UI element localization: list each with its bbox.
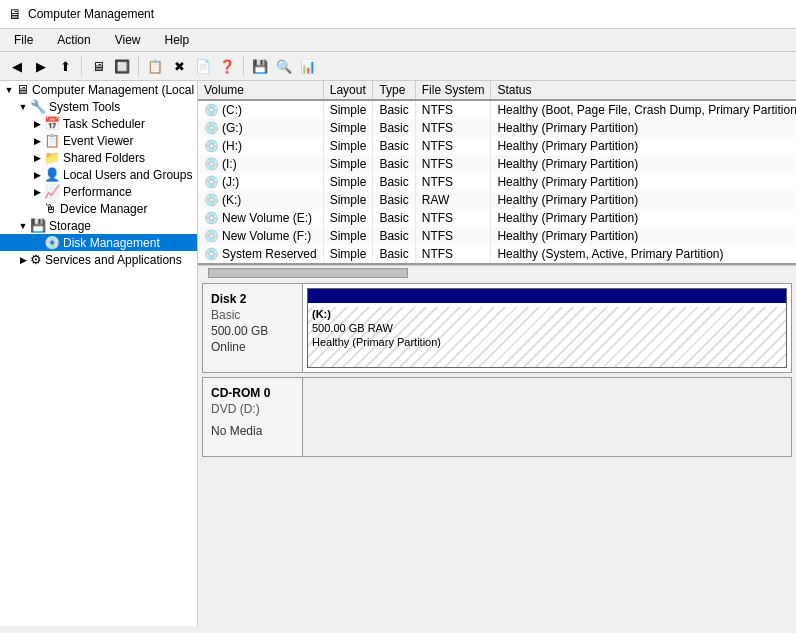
- tree-toggle-ts[interactable]: ▶: [30, 117, 44, 131]
- cell-layout: Simple: [323, 209, 373, 227]
- content-area: Volume Layout Type File System Status C …: [198, 81, 796, 626]
- tree-toggle-sf[interactable]: ▶: [30, 151, 44, 165]
- partition-k-status: Healthy (Primary Partition): [312, 336, 441, 348]
- toolbar-sep-2: [138, 56, 139, 76]
- sidebar-label-sa: Services and Applications: [45, 253, 182, 267]
- cell-status: Healthy (Primary Partition): [491, 191, 796, 209]
- cell-volume: 💿(H:): [198, 137, 323, 155]
- cell-filesystem: NTFS: [415, 227, 491, 245]
- cdrom0-name: CD-ROM 0: [211, 386, 294, 400]
- toolbar-chart[interactable]: 📊: [297, 55, 319, 77]
- sidebar-item-event-viewer[interactable]: ▶ 📋 Event Viewer: [0, 132, 197, 149]
- toolbar: ◀ ▶ ⬆ 🖥 🔲 📋 ✖ 📄 ❓ 💾 🔍 📊: [0, 52, 796, 81]
- cell-status: Healthy (Primary Partition): [491, 209, 796, 227]
- cell-volume: 💿(I:): [198, 155, 323, 173]
- toolbar-up[interactable]: ⬆: [54, 55, 76, 77]
- horizontal-scrollbar[interactable]: [198, 265, 796, 279]
- cell-layout: Simple: [323, 137, 373, 155]
- sidebar-item-services-applications[interactable]: ▶ ⚙ Services and Applications: [0, 251, 197, 268]
- task-scheduler-icon: 📅: [44, 116, 60, 131]
- cell-layout: Simple: [323, 191, 373, 209]
- cell-layout: Simple: [323, 119, 373, 137]
- toolbar-search[interactable]: 🔍: [273, 55, 295, 77]
- toolbar-sep-3: [243, 56, 244, 76]
- scrollbar-thumb[interactable]: [208, 268, 408, 278]
- disk2-partitions: (K:) 500.00 GB RAW Healthy (Primary Part…: [303, 284, 791, 372]
- menu-bar: File Action View Help: [0, 29, 796, 52]
- partition-k-name: (K:): [312, 308, 331, 320]
- tree-toggle-st[interactable]: ▼: [16, 100, 30, 114]
- cell-filesystem: NTFS: [415, 155, 491, 173]
- table-row[interactable]: 💿(C:) Simple Basic NTFS Healthy (Boot, P…: [198, 100, 796, 119]
- cdrom0-label: CD-ROM 0 DVD (D:) No Media: [203, 378, 303, 456]
- cell-volume: 💿System Reserved: [198, 245, 323, 263]
- sidebar-label-sf: Shared Folders: [63, 151, 145, 165]
- cell-volume: 💿New Volume (F:): [198, 227, 323, 245]
- cell-type: Basic: [373, 155, 415, 173]
- cell-volume: 💿(G:): [198, 119, 323, 137]
- cdrom0-type: DVD (D:): [211, 402, 294, 416]
- tree-toggle-perf[interactable]: ▶: [30, 185, 44, 199]
- toolbar-delete[interactable]: ✖: [168, 55, 190, 77]
- tree-toggle-lu[interactable]: ▶: [30, 168, 44, 182]
- cell-status: Healthy (Primary Partition): [491, 137, 796, 155]
- storage-icon: 💾: [30, 218, 46, 233]
- performance-icon: 📈: [44, 184, 60, 199]
- table-row[interactable]: 💿New Volume (E:) Simple Basic NTFS Healt…: [198, 209, 796, 227]
- table-row[interactable]: 💿(K:) Simple Basic RAW Healthy (Primary …: [198, 191, 796, 209]
- table-row[interactable]: 💿(I:) Simple Basic NTFS Healthy (Primary…: [198, 155, 796, 173]
- table-row[interactable]: 💿System Reserved Simple Basic NTFS Healt…: [198, 245, 796, 263]
- toolbar-tree[interactable]: 🔲: [111, 55, 133, 77]
- cell-type: Basic: [373, 100, 415, 119]
- title-bar-text: Computer Management: [28, 7, 154, 21]
- sidebar-item-disk-management[interactable]: ▶ 💿 Disk Management: [0, 234, 197, 251]
- table-row[interactable]: 💿(J:) Simple Basic NTFS Healthy (Primary…: [198, 173, 796, 191]
- toolbar-properties[interactable]: 📄: [192, 55, 214, 77]
- cell-status: Healthy (Primary Partition): [491, 173, 796, 191]
- sidebar-item-device-manager[interactable]: ▶ 🖱 Device Manager: [0, 200, 197, 217]
- title-bar: 🖥 Computer Management: [0, 0, 796, 29]
- disk-table: Volume Layout Type File System Status C …: [198, 81, 796, 265]
- cell-layout: Simple: [323, 173, 373, 191]
- menu-file[interactable]: File: [8, 31, 39, 49]
- disk2-row: Disk 2 Basic 500.00 GB Online (K:) 500.0…: [202, 283, 792, 373]
- sidebar-item-storage[interactable]: ▼ 💾 Storage: [0, 217, 197, 234]
- toolbar-save[interactable]: 💾: [249, 55, 271, 77]
- sidebar-item-system-tools[interactable]: ▼ 🔧 System Tools: [0, 98, 197, 115]
- disk2-partition-k[interactable]: (K:) 500.00 GB RAW Healthy (Primary Part…: [307, 288, 787, 368]
- tree-toggle-cm[interactable]: ▼: [2, 83, 16, 97]
- sidebar-item-computer-management[interactable]: ▼ 🖥 Computer Management (Local: [0, 81, 197, 98]
- sidebar-item-shared-folders[interactable]: ▶ 📁 Shared Folders: [0, 149, 197, 166]
- device-manager-icon: 🖱: [44, 201, 57, 216]
- cell-status: Healthy (Boot, Page File, Crash Dump, Pr…: [491, 100, 796, 119]
- toolbar-back[interactable]: ◀: [6, 55, 28, 77]
- tree-toggle-ev[interactable]: ▶: [30, 134, 44, 148]
- local-users-icon: 👤: [44, 167, 60, 182]
- cell-type: Basic: [373, 173, 415, 191]
- cell-filesystem: NTFS: [415, 209, 491, 227]
- cell-layout: Simple: [323, 100, 373, 119]
- tree-toggle-sa[interactable]: ▶: [16, 253, 30, 267]
- sidebar-item-task-scheduler[interactable]: ▶ 📅 Task Scheduler: [0, 115, 197, 132]
- cell-volume: 💿New Volume (E:): [198, 209, 323, 227]
- col-status: Status: [491, 81, 796, 100]
- table-row[interactable]: 💿(H:) Simple Basic NTFS Healthy (Primary…: [198, 137, 796, 155]
- cell-type: Basic: [373, 227, 415, 245]
- table-row[interactable]: 💿New Volume (F:) Simple Basic NTFS Healt…: [198, 227, 796, 245]
- table-row[interactable]: 💿(G:) Simple Basic NTFS Healthy (Primary…: [198, 119, 796, 137]
- menu-help[interactable]: Help: [159, 31, 196, 49]
- menu-view[interactable]: View: [109, 31, 147, 49]
- toolbar-forward[interactable]: ▶: [30, 55, 52, 77]
- toolbar-show-hide[interactable]: 🖥: [87, 55, 109, 77]
- menu-action[interactable]: Action: [51, 31, 96, 49]
- sidebar-item-local-users[interactable]: ▶ 👤 Local Users and Groups: [0, 166, 197, 183]
- shared-folders-icon: 📁: [44, 150, 60, 165]
- tree-toggle-storage[interactable]: ▼: [16, 219, 30, 233]
- toolbar-help[interactable]: ❓: [216, 55, 238, 77]
- toolbar-new-window[interactable]: 📋: [144, 55, 166, 77]
- event-viewer-icon: 📋: [44, 133, 60, 148]
- sidebar-item-performance[interactable]: ▶ 📈 Performance: [0, 183, 197, 200]
- col-layout: Layout: [323, 81, 373, 100]
- disk2-name: Disk 2: [211, 292, 294, 306]
- computer-mgmt-icon: 🖥: [16, 82, 29, 97]
